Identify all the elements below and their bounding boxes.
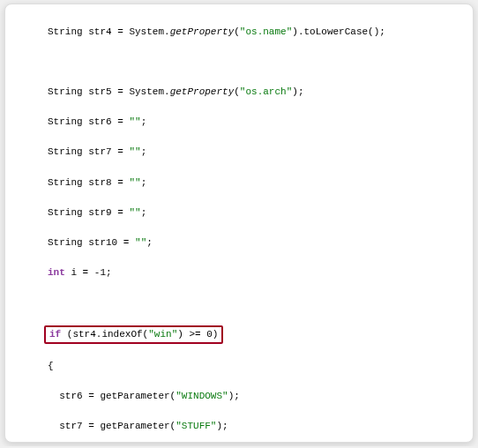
t: "" <box>135 237 146 248</box>
highlight-if-win: if (str4.indexOf("win") >= 0) <box>44 325 223 344</box>
t: "" <box>129 177 140 188</box>
t: "os.name" <box>240 26 292 37</box>
t: "os.arch" <box>240 86 292 97</box>
t: String str10 = <box>48 237 135 248</box>
code-block: String str4 = System.getProperty("os.nam… <box>5 10 473 443</box>
t: ; <box>141 207 147 218</box>
t: "STUFF" <box>176 421 216 431</box>
t: str7 = getParameter( <box>48 421 176 431</box>
t <box>48 295 473 310</box>
t: ; <box>141 116 147 127</box>
t: String str8 = <box>48 177 129 188</box>
t: "WINDOWS" <box>176 391 228 401</box>
t: int <box>48 267 65 278</box>
t: String str6 = <box>48 116 129 127</box>
t: ).toLowerCase(); <box>292 26 385 37</box>
t: i = -1; <box>65 267 112 278</box>
t: ) >= 0) <box>177 329 218 340</box>
t: ); <box>216 421 228 431</box>
t: "" <box>129 207 140 218</box>
t: getProperty <box>170 86 235 97</box>
t: "" <box>129 146 140 157</box>
t: ); <box>228 391 240 401</box>
t: "win" <box>148 329 177 340</box>
t: String str9 = <box>48 207 129 218</box>
t: { <box>48 359 473 374</box>
t: String str7 = <box>48 146 129 157</box>
t: String str5 = System. <box>48 86 170 97</box>
t: getProperty <box>170 26 235 37</box>
t <box>48 55 473 70</box>
t: ; <box>146 237 153 248</box>
t: (str4.indexOf( <box>61 329 148 340</box>
t: ; <box>141 177 147 188</box>
t: if <box>49 329 61 340</box>
t: ( <box>234 26 240 37</box>
t: ); <box>292 86 303 97</box>
t: ( <box>234 86 240 97</box>
t: str6 = getParameter( <box>48 391 176 401</box>
t: "" <box>129 116 140 127</box>
t: String str4 = System. <box>48 26 170 37</box>
t: ; <box>141 146 147 157</box>
code-card: String str4 = System.getProperty("os.nam… <box>4 4 474 443</box>
